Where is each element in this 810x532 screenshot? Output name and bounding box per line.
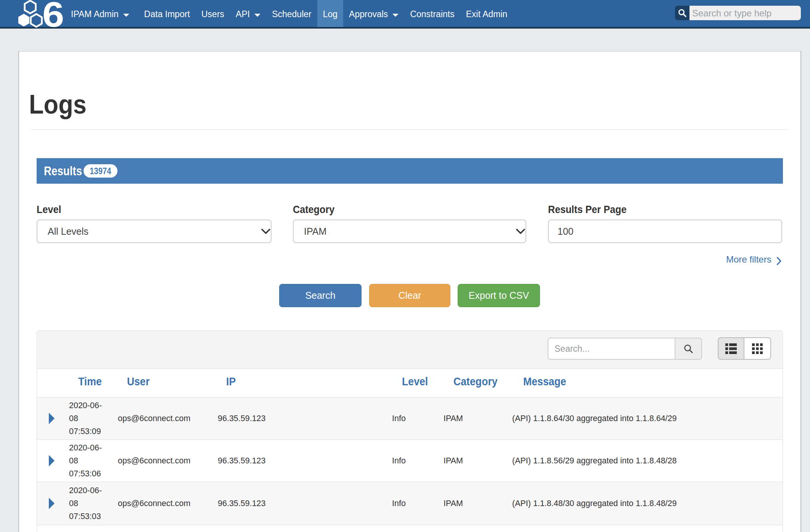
svg-text:6: 6 xyxy=(42,0,64,29)
